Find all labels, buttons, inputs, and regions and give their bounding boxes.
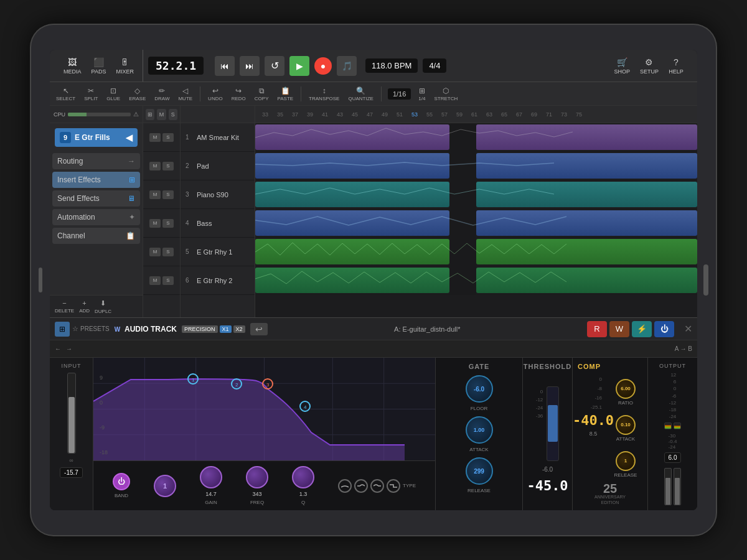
x2-badge[interactable]: X2 bbox=[233, 325, 245, 333]
type-btn-3[interactable] bbox=[370, 479, 384, 493]
comp-value[interactable]: -40.0 bbox=[573, 413, 614, 428]
x1-badge[interactable]: X1 bbox=[220, 325, 232, 333]
automation-item[interactable]: Automation ✦ bbox=[52, 209, 140, 225]
copy-button[interactable]: ⧉COPY bbox=[251, 85, 273, 103]
split-tool[interactable]: ✂SPLIT bbox=[80, 85, 101, 103]
plugin-close-btn[interactable]: ✕ bbox=[684, 323, 692, 335]
track-lane-4[interactable] bbox=[255, 209, 697, 238]
transpose-button[interactable]: ↕TRANSPOSE bbox=[305, 85, 343, 103]
rewind-button[interactable]: ⏮ bbox=[215, 56, 235, 76]
track-6-m[interactable]: M bbox=[149, 276, 161, 285]
shop-button[interactable]: 🛒 SHOP bbox=[610, 55, 634, 77]
presets-tab[interactable]: ☆ PRESETS bbox=[72, 325, 110, 333]
duplicate-button[interactable]: ⬇ DUPLC bbox=[95, 299, 111, 314]
track-5-m[interactable]: M bbox=[149, 248, 161, 256]
insert-effects-item[interactable]: Insert Effects ⊞ bbox=[52, 172, 140, 188]
band-power-btn[interactable]: ⏻ bbox=[113, 473, 130, 490]
stretch-button[interactable]: ⬡STRETCH bbox=[430, 85, 461, 103]
gain-knob[interactable] bbox=[200, 466, 222, 488]
undo-button[interactable]: ↩UNDO bbox=[204, 85, 227, 103]
gate-attack-dial[interactable]: 1.00 bbox=[466, 416, 493, 444]
type-btn-4[interactable] bbox=[387, 479, 400, 493]
play-button[interactable]: ▶ bbox=[289, 56, 309, 76]
setup-button[interactable]: ⚙ SETUP bbox=[636, 55, 662, 77]
delete-button[interactable]: − DELETE bbox=[55, 299, 74, 314]
volume-button[interactable] bbox=[39, 268, 42, 292]
grid-ctrl-btn[interactable]: ⊞ bbox=[146, 109, 154, 120]
track-1-s[interactable]: S bbox=[162, 133, 174, 142]
pads-button[interactable]: ⬛ PADS bbox=[88, 55, 110, 77]
floor-dial[interactable]: -6.0 bbox=[466, 375, 493, 403]
grid-icon[interactable]: ⊞1/4 bbox=[415, 85, 429, 103]
glue-tool[interactable]: ⊡GLUE bbox=[103, 85, 124, 103]
redo-button[interactable]: ↪REDO bbox=[228, 85, 250, 103]
draw-tool[interactable]: ✏DRAW bbox=[151, 85, 173, 103]
band-num-knob[interactable]: 1 bbox=[154, 475, 176, 497]
select-tool[interactable]: ↖SELECT bbox=[52, 85, 79, 103]
track-row-1[interactable]: 1 AM Smear Kit bbox=[181, 123, 255, 152]
track-row-6[interactable]: 6 E Gtr Rhy 2 bbox=[181, 266, 255, 295]
record-button[interactable]: ● bbox=[314, 57, 332, 75]
m-ctrl-btn[interactable]: M bbox=[157, 109, 166, 120]
plugin-w-btn[interactable]: W bbox=[609, 321, 629, 337]
track-4-s[interactable]: S bbox=[162, 219, 174, 228]
track-lane-5[interactable] bbox=[255, 238, 697, 266]
time-signature[interactable]: 4/4 bbox=[423, 58, 446, 73]
track-1-m[interactable]: M bbox=[149, 133, 161, 142]
track-3-m[interactable]: M bbox=[149, 190, 161, 199]
mute-tool[interactable]: ◁MUTE bbox=[174, 85, 196, 103]
quantize-button[interactable]: 🔍QUANTIZE bbox=[344, 85, 377, 103]
track-3-s[interactable]: S bbox=[162, 190, 174, 199]
erase-tool[interactable]: ◇ERASE bbox=[125, 85, 149, 103]
track-row-5[interactable]: 5 E Gtr Rhy 1 bbox=[181, 238, 255, 266]
plugin-power-btn[interactable]: ⏻ bbox=[654, 321, 674, 337]
channel-item[interactable]: Channel 📋 bbox=[52, 228, 140, 244]
track-row-2[interactable]: 2 Pad bbox=[181, 152, 255, 180]
track-6-s[interactable]: S bbox=[162, 276, 174, 285]
bpm-display[interactable]: 118.0 BPM bbox=[365, 58, 418, 73]
media-button[interactable]: 🖼 MEDIA bbox=[60, 55, 85, 77]
metronome-button[interactable]: 🎵 bbox=[337, 56, 357, 76]
plugin-r-btn[interactable]: R bbox=[587, 321, 607, 337]
threshold-value[interactable]: -45.0 bbox=[527, 478, 568, 493]
eq-display[interactable]: 1 2 3 4 -18 -9 0 9 63 bbox=[93, 358, 435, 460]
track-lane-2[interactable] bbox=[255, 152, 697, 180]
track-lane-6[interactable] bbox=[255, 266, 697, 295]
undo-plugin-btn[interactable]: ↩ bbox=[250, 323, 268, 335]
add-button[interactable]: + ADD bbox=[79, 299, 90, 314]
track-row-3[interactable]: 3 Piano S90 bbox=[181, 180, 255, 209]
plugin-insert-icon[interactable]: ⊞ bbox=[55, 322, 70, 337]
threshold-fader[interactable] bbox=[547, 386, 559, 461]
routing-item[interactable]: Routing → bbox=[52, 153, 140, 169]
freq-knob[interactable] bbox=[246, 466, 268, 488]
paste-button[interactable]: 📋PASTE bbox=[273, 85, 297, 103]
selected-track[interactable]: 9 E Gtr Fills ◀ bbox=[55, 128, 138, 147]
fast-forward-button[interactable]: ⏭ bbox=[240, 56, 260, 76]
track-lane-1[interactable] bbox=[255, 123, 697, 152]
send-effects-item[interactable]: Send Effects 🖥 bbox=[52, 190, 140, 207]
output-fader-l[interactable] bbox=[664, 468, 672, 505]
track-2-s[interactable]: S bbox=[162, 162, 174, 170]
plugin-env-btn[interactable]: ⚡ bbox=[632, 321, 652, 337]
track-5-s[interactable]: S bbox=[162, 248, 174, 256]
track-lane-3[interactable] bbox=[255, 180, 697, 209]
track-2-m[interactable]: M bbox=[149, 162, 161, 170]
loop-button[interactable]: ↺ bbox=[265, 56, 284, 76]
position-display[interactable]: 52.2.1 bbox=[148, 57, 204, 75]
grid-snap-display[interactable]: 1/16 bbox=[388, 88, 411, 100]
help-button[interactable]: ? HELP bbox=[665, 55, 687, 77]
type-btn-1[interactable] bbox=[338, 479, 352, 493]
gate-release-dial[interactable]: 299 bbox=[466, 457, 493, 485]
track-4-m[interactable]: M bbox=[149, 219, 161, 228]
input-db-value[interactable]: -15.7 bbox=[60, 467, 83, 478]
ratio-dial[interactable]: 6.00 bbox=[616, 379, 636, 399]
power-button[interactable] bbox=[703, 264, 708, 296]
type-btn-2[interactable] bbox=[354, 479, 368, 493]
comp-attack-dial[interactable]: 0.10 bbox=[616, 415, 636, 435]
track-row-4[interactable]: 4 Bass bbox=[181, 209, 255, 238]
output-fader-r[interactable] bbox=[674, 468, 681, 505]
s-ctrl-btn[interactable]: S bbox=[169, 109, 177, 120]
comp-release-dial[interactable]: 1 bbox=[616, 451, 636, 471]
mixer-button[interactable]: 🎚 MIXER bbox=[113, 55, 138, 77]
output-db-value[interactable]: 6.0 bbox=[664, 452, 682, 463]
